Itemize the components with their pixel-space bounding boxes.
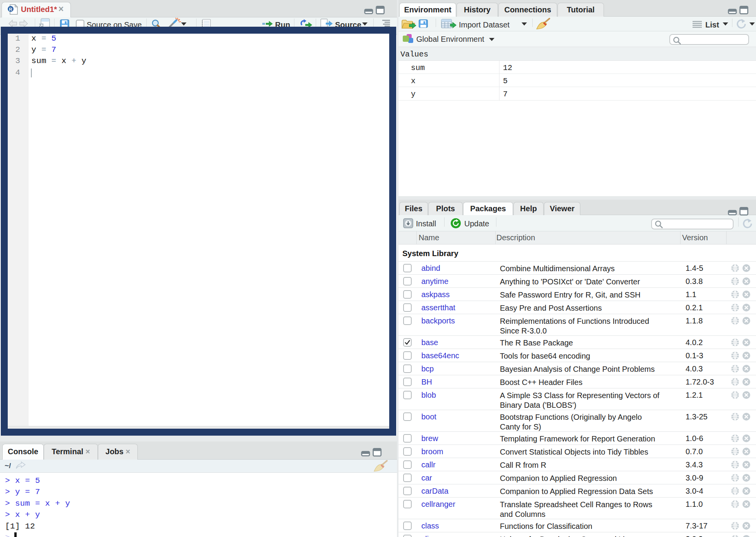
svg-text:R: R — [9, 7, 12, 12]
